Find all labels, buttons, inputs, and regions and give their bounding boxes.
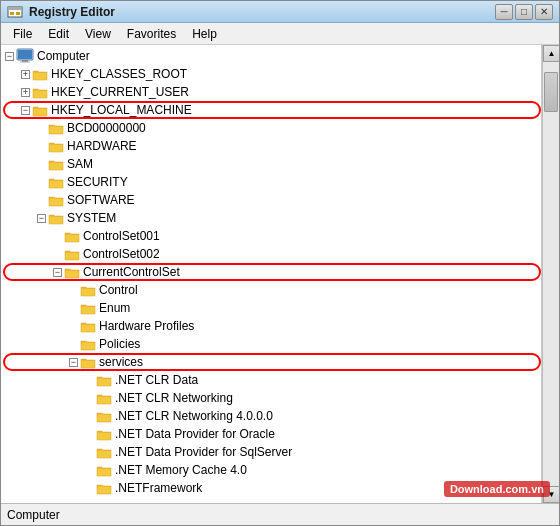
collapse-btn-services[interactable]: − xyxy=(69,358,78,367)
tree-item-label-hardware: HARDWARE xyxy=(67,139,137,153)
menu-file[interactable]: File xyxy=(5,25,40,43)
menu-bar: File Edit View Favorites Help xyxy=(1,23,559,45)
expand-placeholder-sam xyxy=(37,160,46,169)
expand-placeholder-ccs002 xyxy=(53,250,62,259)
tree-item-hkcu[interactable]: + HKEY_CURRENT_USER xyxy=(1,83,541,101)
folder-icon-services xyxy=(80,355,96,369)
tree-item-security[interactable]: SECURITY xyxy=(1,173,541,191)
svg-rect-5 xyxy=(18,50,32,59)
collapse-btn-system[interactable]: − xyxy=(37,214,46,223)
expand-placeholder-bcd xyxy=(37,124,46,133)
tree-item-label-oracle: .NET Data Provider for Oracle xyxy=(115,427,275,441)
scroll-track[interactable] xyxy=(543,62,559,486)
folder-icon-software xyxy=(48,193,64,207)
scroll-thumb[interactable] xyxy=(544,72,558,112)
collapse-btn-currentcs[interactable]: − xyxy=(53,268,62,277)
menu-view[interactable]: View xyxy=(77,25,119,43)
tree-item-ccs001[interactable]: ControlSet001 xyxy=(1,227,541,245)
tree-item-label-services: services xyxy=(99,355,143,369)
expand-placeholder-hardware xyxy=(37,142,46,151)
tree-item-oracle[interactable]: .NET Data Provider for Oracle xyxy=(1,425,541,443)
tree-item-bcd[interactable]: BCD00000000 xyxy=(1,119,541,137)
tree-item-hklm[interactable]: − HKEY_LOCAL_MACHINE xyxy=(1,101,541,119)
tree-item-system[interactable]: − SYSTEM xyxy=(1,209,541,227)
tree-item-policies[interactable]: Policies xyxy=(1,335,541,353)
app-icon xyxy=(7,4,23,20)
tree-item-software[interactable]: SOFTWARE xyxy=(1,191,541,209)
svg-rect-3 xyxy=(16,12,20,15)
menu-help[interactable]: Help xyxy=(184,25,225,43)
folder-icon-oracle xyxy=(96,427,112,441)
scroll-up-button[interactable]: ▲ xyxy=(543,45,559,62)
computer-icon xyxy=(16,48,34,64)
expand-placeholder-clrnet40 xyxy=(85,412,94,421)
folder-icon-hardware xyxy=(48,139,64,153)
tree-item-hkcr[interactable]: + HKEY_CLASSES_ROOT xyxy=(1,65,541,83)
tree-item-label-sqlserver: .NET Data Provider for SqlServer xyxy=(115,445,292,459)
tree-item-clrdata[interactable]: .NET CLR Data xyxy=(1,371,541,389)
collapse-btn-computer[interactable]: − xyxy=(5,52,14,61)
folder-icon-control xyxy=(80,283,96,297)
svg-rect-2 xyxy=(10,12,14,15)
expand-placeholder-control xyxy=(69,286,78,295)
registry-editor-window: Registry Editor ─ □ ✕ File Edit View Fav… xyxy=(0,0,560,526)
folder-icon-hklm xyxy=(32,103,48,117)
tree-item-sqlserver[interactable]: .NET Data Provider for SqlServer xyxy=(1,443,541,461)
tree-item-hwprofiles[interactable]: Hardware Profiles xyxy=(1,317,541,335)
maximize-button[interactable]: □ xyxy=(515,4,533,20)
folder-icon-hkcr xyxy=(32,67,48,81)
tree-item-clrnet40[interactable]: .NET CLR Networking 4.0.0.0 xyxy=(1,407,541,425)
folder-icon-policies xyxy=(80,337,96,351)
expand-btn-hkcu[interactable]: + xyxy=(21,88,30,97)
title-bar-text: Registry Editor xyxy=(29,5,489,19)
folder-icon-currentcs xyxy=(64,265,80,279)
tree-panel[interactable]: − Computer+ HKEY_CLASSES_ROOT+ HKEY_CURR… xyxy=(1,45,542,503)
status-bar: Computer xyxy=(1,503,559,525)
scrollbar[interactable]: ▲ ▼ xyxy=(542,45,559,503)
folder-icon-sam xyxy=(48,157,64,171)
expand-placeholder-oracle xyxy=(85,430,94,439)
folder-icon-system xyxy=(48,211,64,225)
menu-edit[interactable]: Edit xyxy=(40,25,77,43)
tree-item-enum[interactable]: Enum xyxy=(1,299,541,317)
folder-icon-clrdata xyxy=(96,373,112,387)
tree-item-label-ccs001: ControlSet001 xyxy=(83,229,160,243)
tree-item-label-clrnet: .NET CLR Networking xyxy=(115,391,233,405)
expand-btn-hkcr[interactable]: + xyxy=(21,70,30,79)
main-content: − Computer+ HKEY_CLASSES_ROOT+ HKEY_CURR… xyxy=(1,45,559,503)
tree-item-control[interactable]: Control xyxy=(1,281,541,299)
tree-item-label-ccs002: ControlSet002 xyxy=(83,247,160,261)
expand-placeholder-memorycache xyxy=(85,466,94,475)
folder-icon-clrnet xyxy=(96,391,112,405)
folder-icon-enum xyxy=(80,301,96,315)
menu-favorites[interactable]: Favorites xyxy=(119,25,184,43)
expand-placeholder-clrdata xyxy=(85,376,94,385)
close-button[interactable]: ✕ xyxy=(535,4,553,20)
status-text: Computer xyxy=(7,508,60,522)
tree-item-clrnet[interactable]: .NET CLR Networking xyxy=(1,389,541,407)
tree-item-label-software: SOFTWARE xyxy=(67,193,135,207)
tree-item-label-policies: Policies xyxy=(99,337,140,351)
tree-item-label-control: Control xyxy=(99,283,138,297)
tree-item-sam[interactable]: SAM xyxy=(1,155,541,173)
collapse-btn-hklm[interactable]: − xyxy=(21,106,30,115)
tree-item-label-netframework: .NETFramework xyxy=(115,481,202,495)
svg-rect-1 xyxy=(8,7,22,10)
tree-item-memorycache[interactable]: .NET Memory Cache 4.0 xyxy=(1,461,541,479)
folder-icon-ccs002 xyxy=(64,247,80,261)
tree-item-label-computer: Computer xyxy=(37,49,90,63)
folder-icon-ccs001 xyxy=(64,229,80,243)
folder-icon-clrnet40 xyxy=(96,409,112,423)
tree-item-computer[interactable]: − Computer xyxy=(1,47,541,65)
tree-item-ccs002[interactable]: ControlSet002 xyxy=(1,245,541,263)
minimize-button[interactable]: ─ xyxy=(495,4,513,20)
tree-item-label-sam: SAM xyxy=(67,157,93,171)
tree-item-label-bcd: BCD00000000 xyxy=(67,121,146,135)
tree-item-currentcs[interactable]: − CurrentControlSet xyxy=(1,263,541,281)
expand-placeholder-clrnet xyxy=(85,394,94,403)
tree-item-services[interactable]: − services xyxy=(1,353,541,371)
expand-placeholder-netframework xyxy=(85,484,94,493)
tree-item-label-currentcs: CurrentControlSet xyxy=(83,265,180,279)
tree-item-hardware[interactable]: HARDWARE xyxy=(1,137,541,155)
folder-icon-netframework xyxy=(96,481,112,495)
